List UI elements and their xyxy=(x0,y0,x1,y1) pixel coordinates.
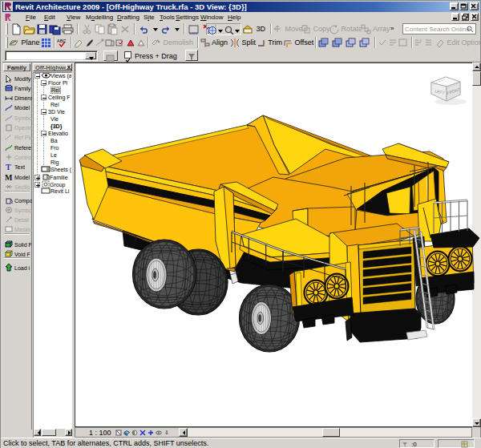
svg-text:T: T xyxy=(6,163,11,171)
svg-text:M: M xyxy=(5,173,13,181)
